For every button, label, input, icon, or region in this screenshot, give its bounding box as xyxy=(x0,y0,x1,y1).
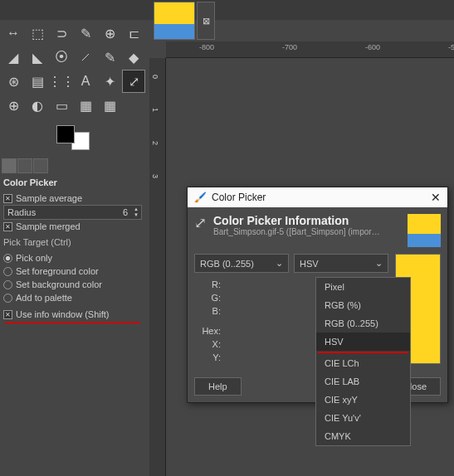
label-add-palette: Add to palette xyxy=(16,293,72,303)
chevron-down-icon: ⌄ xyxy=(375,258,383,269)
dropdown-item-cmyk[interactable]: CMYK xyxy=(316,427,410,445)
spin-down-icon[interactable]: ▼ xyxy=(131,212,141,218)
dialog-header-title: Color Picker Information xyxy=(213,214,401,227)
tool-crop[interactable]: ⊏ xyxy=(122,22,145,45)
tool-zoom[interactable]: ⊕ xyxy=(2,94,25,117)
ruler-tick: -800 xyxy=(199,43,214,51)
radio-set-bg[interactable] xyxy=(3,280,12,289)
ruler-tick: 0 xyxy=(151,75,159,79)
tool-free-select[interactable]: ⊃ xyxy=(50,22,73,45)
sample-average-checkbox[interactable] xyxy=(3,194,12,203)
tool-unified[interactable]: ◆ xyxy=(122,46,145,69)
tool-scale[interactable]: ◣ xyxy=(26,46,49,69)
dialog-titlebar[interactable]: 🖌️ Color Picker ✕ xyxy=(188,187,447,207)
dropdown-item-cieyuv[interactable]: CIE Yu'v' xyxy=(316,409,410,427)
dropdown-item-cielab[interactable]: CIE LAB xyxy=(316,372,410,391)
radius-label: Radius xyxy=(4,207,120,217)
tab-tool-options[interactable] xyxy=(2,158,17,173)
dialog-title: Color Picker xyxy=(212,192,266,203)
pick-target-label: Pick Target (Ctrl) xyxy=(0,235,145,250)
tab-devices[interactable] xyxy=(17,158,32,173)
select-value: HSV xyxy=(300,259,319,269)
tool-rect-select[interactable]: ⬚ xyxy=(26,22,49,45)
dropdown-item-pixel[interactable]: Pixel xyxy=(316,278,410,296)
annotation-underline xyxy=(5,322,140,323)
color-model-dropdown: Pixel RGB (%) RGB (0..255) HSV CIE LCh C… xyxy=(315,277,411,446)
color-model-select-left[interactable]: RGB (0..255) ⌄ xyxy=(194,254,289,273)
select-value: RGB (0..255) xyxy=(200,259,254,269)
ruler-tick: -700 xyxy=(282,43,297,51)
document-thumbnail-close[interactable]: ⊠ xyxy=(197,2,215,40)
eyedropper-icon: ⤢ xyxy=(194,214,207,232)
tool-shear[interactable]: ⦿ xyxy=(50,46,73,69)
color-swatches[interactable] xyxy=(56,125,90,150)
color-model-select-right[interactable]: HSV ⌄ xyxy=(294,254,388,273)
dropdown-item-cielch[interactable]: CIE LCh xyxy=(316,354,410,372)
radius-spinner[interactable]: Radius 6 ▲▼ xyxy=(3,205,142,220)
label-set-bg: Set background color xyxy=(16,279,102,289)
ruler-tick: -500 xyxy=(448,43,454,51)
radio-set-fg[interactable] xyxy=(3,267,12,276)
use-info-checkbox[interactable] xyxy=(3,310,12,319)
radius-value: 6 xyxy=(120,207,131,217)
ruler-tick: 1 xyxy=(151,108,159,112)
dropdown-item-rgb-pct[interactable]: RGB (%) xyxy=(316,296,410,314)
ruler-horizontal: -800 -700 -600 -500 xyxy=(166,41,454,58)
r-label: R: xyxy=(194,279,227,289)
label-set-fg: Set foreground color xyxy=(16,266,99,276)
use-info-label: Use info window (Shift) xyxy=(16,309,110,319)
ruler-vertical: 0 1 2 3 xyxy=(149,58,166,476)
ruler-tick: 3 xyxy=(151,174,159,178)
g-label: G: xyxy=(194,293,227,303)
b-label: B: xyxy=(194,306,227,316)
sample-merged-label: Sample merged xyxy=(16,221,81,231)
tab-images[interactable] xyxy=(33,158,48,173)
spin-up-icon[interactable]: ▲ xyxy=(131,206,141,212)
dialog-close-button[interactable]: ✕ xyxy=(431,191,441,204)
chevron-down-icon: ⌄ xyxy=(276,258,283,269)
tool-text[interactable]: A xyxy=(74,70,97,93)
tool-heal[interactable]: ✦ xyxy=(98,70,121,93)
tool-perspective[interactable]: ✎ xyxy=(98,46,121,69)
tool-align[interactable]: ▭ xyxy=(50,94,73,117)
tool-measure[interactable]: ◐ xyxy=(26,94,49,117)
tool-fuzzy-select[interactable]: ✎ xyxy=(74,22,97,45)
dropdown-item-rgb-255[interactable]: RGB (0..255) xyxy=(316,314,410,333)
dropdown-item-hsv[interactable]: HSV xyxy=(316,333,410,351)
tool-paths[interactable]: ▦ xyxy=(74,94,97,117)
tool-pencil[interactable]: ⋮⋮ xyxy=(50,70,73,93)
y-label: Y: xyxy=(194,352,227,362)
document-thumbnail[interactable] xyxy=(154,2,195,40)
annotation-underline xyxy=(318,352,408,353)
radio-add-palette[interactable] xyxy=(3,294,12,303)
help-button[interactable]: Help xyxy=(194,377,242,396)
radio-pick-only[interactable] xyxy=(3,254,12,263)
close-icon: ⊠ xyxy=(203,16,210,27)
tool-move[interactable]: ↔ xyxy=(2,22,25,45)
tool-gradient[interactable]: ▤ xyxy=(26,70,49,93)
tool-bucket[interactable]: ⊛ xyxy=(2,70,25,93)
dialog-thumbnail xyxy=(408,214,441,247)
toolbox: ↔ ⬚ ⊃ ✎ ⊕ ⊏ ◢ ◣ ⦿ ⟋ ✎ ◆ ⊛ ▤ ⋮⋮ A ✦ ⤢ ⊕ ◐… xyxy=(0,20,145,326)
panel-title: Color Picker xyxy=(0,175,145,190)
tool-cage[interactable]: ▦ xyxy=(98,94,121,117)
x-label: X: xyxy=(194,339,227,349)
eyedropper-icon: 🖌️ xyxy=(194,192,207,203)
dialog-header-subtitle: Bart_Simpson.gif-5 ([Bart_Simpson] (impo… xyxy=(213,227,401,236)
label-pick-only: Pick only xyxy=(16,253,52,263)
sample-average-label: Sample average xyxy=(16,193,82,203)
color-picker-dialog: 🖌️ Color Picker ✕ ⤢ Color Picker Informa… xyxy=(187,187,448,403)
dropdown-item-ciexyy[interactable]: CIE xyY xyxy=(316,391,410,409)
tool-flip[interactable]: ⟋ xyxy=(74,46,97,69)
sample-merged-checkbox[interactable] xyxy=(3,222,12,231)
ruler-tick: 2 xyxy=(151,141,159,145)
hex-label: Hex: xyxy=(194,326,227,336)
ruler-tick: -600 xyxy=(365,43,380,51)
tool-scissor[interactable]: ⊕ xyxy=(98,22,121,45)
tool-rotate[interactable]: ◢ xyxy=(2,46,25,69)
tool-color-picker[interactable]: ⤢ xyxy=(122,70,145,93)
fg-color-swatch[interactable] xyxy=(56,125,75,143)
